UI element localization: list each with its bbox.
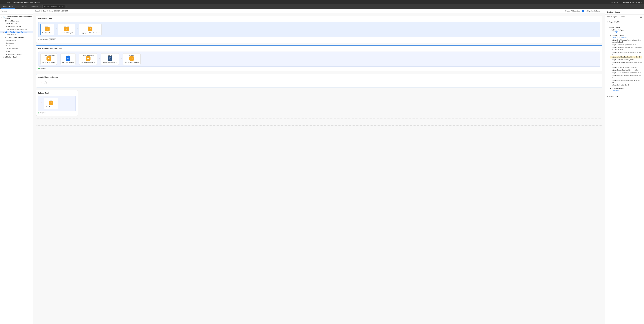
sidebar-item-write-coupa-response[interactable]: Write Coupa Response bbox=[0, 53, 33, 56]
op-type-label: Script bbox=[129, 55, 134, 56]
history-entry-112pm-4: 1:12pm FailureCount updated by Bob B. bbox=[610, 66, 642, 69]
env-name: Sandbox (Cloud Agent Group) bbox=[622, 1, 642, 3]
op-node-label-gww: Get Workday Worker bbox=[42, 62, 55, 63]
collapse-icon bbox=[562, 10, 564, 12]
sidebar-item-root[interactable]: ▼ 📄 1.0 Sync Workday Workers to Coupa Us… bbox=[0, 15, 33, 19]
history-close-button[interactable]: × bbox=[641, 11, 642, 13]
add-tab-button[interactable]: + bbox=[64, 5, 68, 8]
sidebar-root-label: 1.0 Sync Workday Workers to Coupa Users bbox=[6, 16, 32, 19]
op-node-get-workers-response[interactable]: Transformation Get Workers Response bbox=[79, 53, 97, 65]
code-icon: </> bbox=[89, 28, 92, 30]
tab-components[interactable]: COMPONENTS bbox=[15, 5, 29, 8]
svg-text:W: W bbox=[67, 58, 69, 59]
get-icon: W bbox=[66, 56, 70, 61]
sidebar-item-create-user[interactable]: Create User bbox=[0, 42, 33, 44]
write-icon bbox=[108, 56, 112, 61]
more-icon: ··· bbox=[602, 10, 603, 12]
chevron-down-icon: ▼ bbox=[1, 17, 2, 18]
last-deployed: Last Deployed: 8/7/2024, 1:03:45 PM bbox=[43, 10, 68, 12]
script-icon-initial: </> bbox=[45, 27, 50, 31]
history-date-aug7-label: August 7, 2024 bbox=[609, 26, 620, 28]
time-stats-100: 1 Deploys 12 Changes bbox=[612, 36, 642, 38]
op-node-get-workday-worker[interactable]: Transformation Get Workday Worker bbox=[40, 53, 57, 65]
status-icon-undeployed bbox=[38, 39, 40, 40]
download-icon bbox=[640, 16, 642, 18]
highlight-invalid-button[interactable]: ✓ Highlight Invalid Items bbox=[582, 10, 600, 12]
svg-text:</>: </> bbox=[50, 102, 52, 104]
op-group-failure-email: Failure Email ← Script </> Send Error Em… bbox=[36, 90, 78, 116]
sidebar-label: Write bbox=[6, 51, 10, 52]
changes-link-100[interactable]: 12 Changes bbox=[619, 36, 626, 38]
op-node-initial-data-load[interactable]: Script </> Initial Data Load bbox=[40, 24, 54, 35]
dots-menu[interactable]: ··· bbox=[2, 1, 4, 3]
transform-icon-svg bbox=[48, 57, 50, 60]
filter-period-select[interactable]: Last 30 days ▼ bbox=[607, 16, 617, 18]
history-block-100-130: ▼ 1:00pm - 1:30pm 1 Deploys 12 Changes 1… bbox=[608, 34, 642, 87]
time-header-330[interactable]: ▶ 3:30pm - 4:00pm bbox=[610, 29, 642, 31]
history-entry-112pm-2: 1:12pm SourceID updated by Bob B. bbox=[610, 58, 642, 61]
tab-workflows[interactable]: WORKFLOWS bbox=[1, 5, 14, 8]
chevron-right-icon: ▶ bbox=[3, 31, 4, 33]
entry-time: 1:18pm bbox=[612, 52, 616, 53]
chevron-right-icon: ▶ bbox=[607, 96, 608, 97]
collapse-all-button[interactable]: Collapse All Operations bbox=[562, 10, 580, 12]
sidebar-item-read-workers[interactable]: Read Workers bbox=[0, 33, 33, 36]
history-date-aug7[interactable]: ▼ August 7, 2024 bbox=[607, 25, 642, 28]
sidebar-create-users-label: 1.2 Create Users in Coupa bbox=[5, 37, 24, 38]
sidebar-item-initial-data-load-section[interactable]: ▼ 1.0 Initial Data Load bbox=[0, 19, 33, 22]
nav-tabs: WORKFLOWS COMPONENTS RESOURCES bbox=[0, 5, 42, 8]
op-node-format-batch[interactable]: Script </> Format Batch Log File bbox=[58, 24, 75, 35]
red-arrow-in-failure: ← bbox=[40, 101, 44, 104]
more-options-button[interactable]: ··· bbox=[602, 10, 603, 12]
filter-events-select[interactable]: All events ▼ bbox=[618, 16, 627, 18]
op-node-print-workers[interactable]: Script </> Print Workday Workers bbox=[123, 53, 140, 65]
op-node-label-format: Format Batch Log File bbox=[60, 32, 73, 34]
download-button[interactable] bbox=[640, 16, 642, 18]
sidebar-item-failure-email-section[interactable]: ▶ 1.3 Failure Email bbox=[0, 56, 33, 58]
time-header-100[interactable]: ▼ 1:00pm - 1:30pm bbox=[610, 34, 642, 36]
sidebar-item-format-batch[interactable]: Format Batch Log File bbox=[0, 25, 33, 28]
sidebar-item-create[interactable]: Create bbox=[0, 44, 33, 47]
time-header-1230[interactable]: ▶ 12:30pm - 1:00pm bbox=[610, 88, 642, 89]
sidebar-item-coupa-response[interactable]: Coupa Response bbox=[0, 47, 33, 50]
op-node-label-see: Send Error Email bbox=[46, 106, 56, 108]
arrow-connector: → bbox=[76, 57, 79, 60]
svg-rect-1 bbox=[563, 10, 564, 11]
op-node-get-hired-workers[interactable]: Get W Get Hired Workers bbox=[60, 53, 76, 65]
op-type-label: Transformation bbox=[82, 55, 94, 56]
history-date-jul30[interactable]: ▶ July 30, 2024 bbox=[607, 95, 642, 98]
changes-link-330[interactable]: 1 Changes bbox=[612, 31, 618, 32]
loading-icon bbox=[44, 81, 47, 84]
op-group-create-users: Create Users in Coupa → bbox=[36, 74, 602, 87]
script-icon-logging: </> bbox=[88, 27, 92, 31]
script-icon-error: </> bbox=[49, 101, 53, 105]
sidebar-item-create-users-section[interactable]: ▼ 1.2 Create Users in Coupa bbox=[0, 36, 33, 39]
workflow-tab[interactable]: 1.0 Sync Workday Wor... × bbox=[42, 5, 64, 8]
svg-marker-9 bbox=[88, 58, 89, 59]
workflow-tab-close[interactable]: × bbox=[62, 6, 63, 8]
op-node-label-gwr: Get Workers Response bbox=[81, 62, 96, 63]
tab-resources[interactable]: RESOURCES bbox=[30, 5, 42, 8]
status-label-workers: Deployed bbox=[40, 68, 46, 69]
deploy-button[interactable]: Deploy bbox=[49, 38, 56, 41]
canvas-scroll[interactable]: Initial Data Load Script </> Initial Dat… bbox=[33, 13, 605, 324]
sidebar-item-read-workers-2[interactable]: Read Workers bbox=[0, 39, 33, 42]
sidebar-item-write[interactable]: Write bbox=[0, 50, 33, 53]
status-bar-workers: Deployed bbox=[38, 68, 600, 69]
add-group-button[interactable]: + bbox=[36, 118, 602, 126]
main-layout: ▼ 📄 1.0 Sync Workday Workers to Coupa Us… bbox=[0, 9, 644, 324]
op-node-send-error-email[interactable]: Script </> Send Error Email bbox=[44, 98, 58, 109]
search-input[interactable] bbox=[1, 10, 32, 13]
deploys-link[interactable]: 1 Deploys bbox=[612, 36, 618, 38]
entry-time: 1:18pm bbox=[612, 47, 616, 48]
op-node-write-worker-response[interactable]: Write Write Worker Response bbox=[101, 53, 119, 65]
write-icon-svg bbox=[109, 57, 111, 60]
op-node-logging[interactable]: Script </> Logging and Notification Roll… bbox=[79, 24, 102, 35]
sidebar-item-logging[interactable]: Logging and Notification Rollup bbox=[0, 28, 33, 31]
migrations-link[interactable]: 1 Migrations bbox=[612, 90, 619, 91]
chevron-down-icon: ▼ bbox=[3, 20, 4, 22]
sidebar-item-initial-data-load[interactable]: Initial Data Load bbox=[0, 22, 33, 25]
op-group-title-failure: Failure Email bbox=[38, 92, 76, 94]
sidebar-item-get-workers-section[interactable]: ▶ 1.1 Get Workers from Workday bbox=[0, 31, 33, 33]
history-date-aug24[interactable]: ▶ August 24, 2024 bbox=[607, 20, 642, 23]
